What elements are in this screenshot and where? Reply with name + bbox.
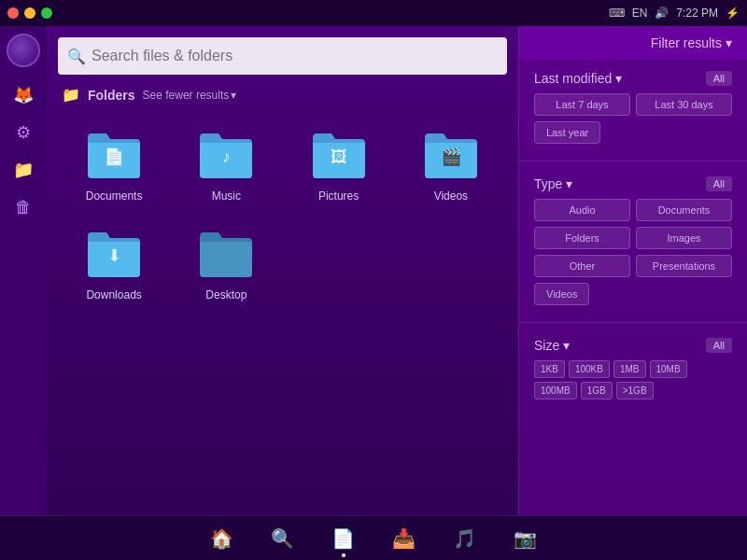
divider-1 [519, 161, 747, 161]
folder-overlay-music: ♪ [222, 147, 231, 167]
sidebar-icon-settings[interactable]: ⚙ [7, 116, 40, 149]
folder-overlay-pictures: 🖼 [331, 147, 347, 167]
type-row-1: Audio Documents [534, 199, 732, 221]
taskbar-home-icon[interactable]: 🏠 [206, 524, 237, 553]
type-chevron: ▾ [566, 176, 572, 191]
user-avatar[interactable] [7, 34, 40, 67]
folder-icon-videos: 🎬 [421, 126, 481, 186]
last-modified-title: Last modified ▾ [534, 71, 622, 86]
folders-grid: 📄 Documents ♪ Music [47, 111, 518, 316]
folder-name-music: Music [212, 189, 241, 203]
type-header: Type ▾ All [534, 176, 732, 191]
folder-name-documents: Documents [86, 189, 143, 203]
power-icon: ⚡ [726, 7, 740, 20]
time-display: 7:22 PM [676, 7, 718, 20]
chip-other[interactable]: Other [534, 255, 630, 277]
folder-item-documents[interactable]: 📄 Documents [62, 119, 166, 210]
folder-svg-desktop [196, 229, 256, 281]
sidebar-icon-trash[interactable]: 🗑 [7, 190, 40, 224]
folder-icon-documents: 📄 [84, 126, 144, 186]
last-modified-section: Last modified ▾ All Last 7 days Last 30 … [519, 60, 747, 157]
sidebar-icon-firefox[interactable]: 🦊 [7, 78, 40, 112]
size-header: Size ▾ All [534, 338, 732, 353]
chip-presentations[interactable]: Presentations [636, 255, 732, 277]
chip-last-year[interactable]: Last year [534, 121, 600, 144]
close-button[interactable] [7, 7, 19, 19]
search-bar: 🔍 [58, 37, 507, 75]
type-row-2: Folders Images [534, 227, 732, 249]
taskbar-downloads-icon[interactable]: 📥 [388, 524, 419, 553]
maximize-button[interactable] [41, 7, 52, 19]
taskbar-search-icon[interactable]: 🔍 [267, 524, 298, 553]
size-chevron: ▾ [563, 338, 570, 353]
window-controls [7, 7, 52, 19]
titlebar-right: ⌨ EN 🔊 7:22 PM ⚡ [609, 7, 740, 20]
keyboard-icon: ⌨ [609, 7, 625, 20]
size-chips-row: 1KB 100KB 1MB 10MB 100MB 1GB >1GB [534, 360, 732, 399]
chip-100mb[interactable]: 100MB [534, 382, 577, 399]
size-label: Size [534, 338, 559, 353]
left-sidebar: 🦊 ⚙ 📁 🗑 [0, 26, 47, 560]
size-all-button[interactable]: All [706, 338, 732, 353]
last-modified-row-1: Last 7 days Last 30 days [534, 93, 732, 116]
folder-overlay-documents: 📄 [104, 147, 124, 167]
type-label: Type [534, 176, 562, 191]
chip-10mb[interactable]: 10MB [650, 360, 687, 378]
folder-name-desktop: Desktop [205, 288, 247, 301]
volume-icon: 🔊 [655, 7, 669, 20]
see-fewer-text: See fewer results [143, 89, 230, 102]
type-section: Type ▾ All Audio Documents Folders Image… [519, 165, 747, 318]
search-icon: 🔍 [67, 48, 86, 65]
divider-2 [519, 322, 747, 323]
chip-images[interactable]: Images [636, 227, 732, 249]
chip-gt1gb[interactable]: >1GB [616, 382, 654, 399]
search-input[interactable] [58, 37, 507, 75]
main-area: 🔍 📁 Folders See fewer results ▾ 📄 [47, 26, 747, 515]
chevron-down-icon: ▾ [231, 89, 236, 102]
folder-item-pictures[interactable]: 🖼 Pictures [287, 119, 391, 210]
taskbar-camera-icon[interactable]: 📷 [510, 524, 541, 553]
chip-folders[interactable]: Folders [534, 227, 630, 249]
last-modified-row-2: Last year [534, 121, 732, 144]
minimize-button[interactable] [24, 7, 35, 19]
taskbar-files-icon[interactable]: 📄 [328, 524, 359, 553]
chip-1mb[interactable]: 1MB [613, 360, 646, 378]
chip-audio[interactable]: Audio [534, 199, 630, 221]
folder-item-downloads[interactable]: ⬇ Downloads [62, 217, 166, 309]
last-modified-all-button[interactable]: All [706, 71, 732, 86]
folders-header: 📁 Folders See fewer results ▾ [47, 82, 518, 111]
size-section: Size ▾ All 1KB 100KB 1MB 10MB 100MB 1GB … [519, 327, 747, 407]
file-panel: 🔍 📁 Folders See fewer results ▾ 📄 [47, 26, 518, 515]
sidebar-icon-files[interactable]: 📁 [7, 153, 40, 187]
size-title: Size ▾ [534, 338, 570, 353]
chip-last-30-days[interactable]: Last 30 days [636, 93, 732, 116]
folders-label: Folders [88, 88, 135, 103]
type-row-3: Other Presentations [534, 255, 732, 277]
last-modified-chevron: ▾ [615, 71, 622, 86]
folder-item-music[interactable]: ♪ Music [174, 119, 278, 210]
chip-last-7-days[interactable]: Last 7 days [534, 93, 630, 116]
language-indicator: EN [632, 7, 648, 20]
type-all-button[interactable]: All [706, 176, 732, 191]
folder-name-pictures: Pictures [318, 189, 359, 203]
folder-item-desktop[interactable]: Desktop [174, 217, 278, 309]
taskbar: 🏠 🔍 📄 📥 🎵 📷 [0, 515, 747, 560]
type-row-4: Videos [534, 283, 732, 305]
see-fewer-button[interactable]: See fewer results ▾ [143, 89, 237, 102]
chip-1gb[interactable]: 1GB [581, 382, 613, 399]
chip-documents[interactable]: Documents [636, 199, 732, 221]
chip-1kb[interactable]: 1KB [534, 360, 565, 378]
folder-icon-downloads: ⬇ [84, 225, 144, 285]
type-title: Type ▾ [534, 176, 572, 191]
filter-header: Filter results ▾ [519, 26, 747, 60]
folder-item-videos[interactable]: 🎬 Videos [399, 119, 503, 210]
folder-icon-pictures: 🖼 [309, 126, 369, 186]
taskbar-music-icon[interactable]: 🎵 [449, 524, 480, 553]
last-modified-header: Last modified ▾ All [534, 71, 732, 86]
folder-icon-desktop [196, 225, 256, 285]
chip-100kb[interactable]: 100KB [569, 360, 610, 378]
folder-name-downloads: Downloads [86, 288, 141, 301]
last-modified-label: Last modified [534, 71, 612, 86]
titlebar: ⌨ EN 🔊 7:22 PM ⚡ [0, 0, 747, 26]
chip-videos[interactable]: Videos [534, 283, 589, 305]
